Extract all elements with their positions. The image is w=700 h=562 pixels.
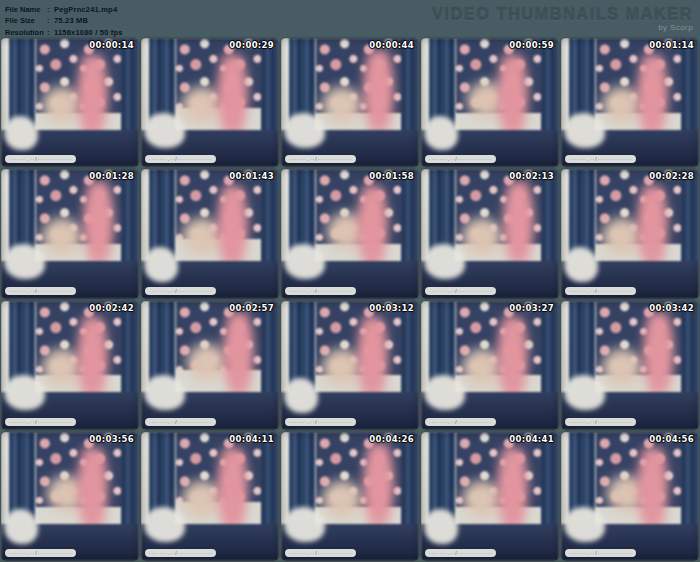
thumbnail-placeholder-art — [421, 38, 559, 167]
watermark-pill: ·······.··/············· — [5, 155, 76, 163]
metadata-label: Resolution — [5, 29, 47, 37]
video-thumbnail: 00:04:26 ·······.··/············· — [281, 432, 419, 561]
video-thumbnail: 00:03:27 ·······.··/············· — [421, 301, 559, 430]
watermark-pill: ·······.··/············· — [425, 287, 496, 295]
timestamp-overlay: 00:00:14 — [89, 40, 134, 50]
watermark-pill: ·······.··/············· — [145, 155, 216, 163]
video-thumbnail: 00:02:57 ·······.··/············· — [141, 301, 279, 430]
video-thumbnail: 00:02:13 ·······.··/············· — [421, 169, 559, 298]
sheet-area — [4, 375, 45, 410]
thumbnail-placeholder-art — [1, 432, 139, 561]
metadata-separator: : — [47, 6, 54, 14]
video-thumbnail: 00:04:56 ·······.··/············· — [561, 432, 699, 561]
video-thumbnail: 00:02:28 ·······.··/············· — [561, 169, 699, 298]
video-thumbnail: 00:02:42 ·······.··/············· — [1, 301, 139, 430]
brand-byline: by Scorp — [432, 23, 693, 32]
timestamp-overlay: 00:04:11 — [229, 434, 274, 444]
sheet-area — [424, 116, 459, 151]
video-thumbnail: 00:00:29 ·······.··/············· — [141, 38, 279, 167]
app-brand: VIDEO THUMBNAILS MAKER by Scorp — [432, 5, 693, 32]
sheet-area — [144, 113, 185, 148]
timestamp-overlay: 00:00:44 — [369, 40, 414, 50]
sheet-area — [564, 507, 605, 542]
timestamp-overlay: 00:03:27 — [509, 303, 554, 313]
watermark-pill: ·······.··/············· — [425, 418, 496, 426]
sheet-area — [4, 509, 39, 544]
sheet-area — [144, 375, 185, 410]
video-thumbnail: 00:00:44 ·······.··/············· — [281, 38, 419, 167]
timestamp-overlay: 00:01:14 — [649, 40, 694, 50]
watermark-pill: ·······.··/············· — [285, 287, 356, 295]
sheet-area — [424, 375, 465, 410]
metadata-separator: : — [47, 29, 54, 37]
timestamp-overlay: 00:04:41 — [509, 434, 554, 444]
video-thumbnail: 00:03:56 ·······.··/············· — [1, 432, 139, 561]
timestamp-overlay: 00:03:42 — [649, 303, 694, 313]
thumbnail-placeholder-art — [281, 432, 419, 561]
thumbnail-placeholder-art — [421, 169, 559, 298]
thumbnail-placeholder-art — [421, 301, 559, 430]
sheet-area — [144, 507, 185, 542]
watermark-pill: ·······.··/············· — [285, 418, 356, 426]
metadata-panel: File Name:PegPrnc241.mp4 File Size:75.23… — [0, 0, 700, 37]
video-thumbnail: 00:01:28 ·······.··/············· — [1, 169, 139, 298]
sheet-area — [284, 113, 325, 148]
metadata-label: File Size — [5, 17, 47, 25]
timestamp-overlay: 00:04:26 — [369, 434, 414, 444]
thumbnail-placeholder-art — [421, 432, 559, 561]
watermark-pill: ·······.··/············· — [425, 155, 496, 163]
thumbnail-placeholder-art — [141, 169, 279, 298]
timestamp-overlay: 00:04:56 — [649, 434, 694, 444]
thumbnail-placeholder-art — [561, 169, 699, 298]
watermark-pill: ·······.··/············· — [145, 549, 216, 557]
video-thumbnail: 00:01:58 ·······.··/············· — [281, 169, 419, 298]
video-thumbnail: 00:01:43 ·······.··/············· — [141, 169, 279, 298]
thumbnail-placeholder-art — [281, 38, 419, 167]
sheet-area — [284, 507, 325, 542]
timestamp-overlay: 00:01:58 — [369, 171, 414, 181]
timestamp-overlay: 00:02:42 — [89, 303, 134, 313]
watermark-pill: ·······.··/············· — [5, 418, 76, 426]
metadata-value-filename: PegPrnc241.mp4 — [54, 5, 117, 14]
thumbnail-placeholder-art — [561, 432, 699, 561]
sheet-area — [284, 244, 325, 279]
watermark-pill: ·······.··/············· — [5, 549, 76, 557]
watermark-pill: ·······.··/············· — [425, 549, 496, 557]
thumbnail-placeholder-art — [141, 38, 279, 167]
timestamp-overlay: 00:03:12 — [369, 303, 414, 313]
timestamp-overlay: 00:01:28 — [89, 171, 134, 181]
video-thumbnail: 00:00:14 ·······.··/············· — [1, 38, 139, 167]
watermark-pill: ·······.··/············· — [5, 287, 76, 295]
watermark-pill: ·······.··/············· — [565, 549, 636, 557]
timestamp-overlay: 00:02:13 — [509, 171, 554, 181]
video-thumbnail: 00:01:14 ·······.··/············· — [561, 38, 699, 167]
watermark-pill: ·······.··/············· — [565, 418, 636, 426]
timestamp-overlay: 00:00:29 — [229, 40, 274, 50]
timestamp-overlay: 00:01:43 — [229, 171, 274, 181]
sheet-area — [424, 509, 459, 544]
timestamp-overlay: 00:02:57 — [229, 303, 274, 313]
metadata-value-resolution: 1156x1080 / 50 fps — [54, 28, 123, 37]
timestamp-overlay: 00:00:59 — [509, 40, 554, 50]
video-thumbnail: 00:04:41 ·······.··/············· — [421, 432, 559, 561]
watermark-pill: ·······.··/············· — [285, 155, 356, 163]
video-thumbnail: 00:00:59 ·······.··/············· — [421, 38, 559, 167]
watermark-pill: ·······.··/············· — [145, 287, 216, 295]
watermark-pill: ·······.··/············· — [285, 549, 356, 557]
sheet-area — [424, 244, 465, 279]
thumbnail-placeholder-art — [561, 301, 699, 430]
thumbnail-placeholder-art — [1, 301, 139, 430]
timestamp-overlay: 00:02:28 — [649, 171, 694, 181]
thumbnail-placeholder-art — [281, 301, 419, 430]
brand-title: VIDEO THUMBNAILS MAKER — [432, 5, 693, 24]
video-thumbnail: 00:04:11 ·······.··/············· — [141, 432, 279, 561]
thumbnail-placeholder-art — [141, 301, 279, 430]
sheet-area — [564, 247, 599, 282]
video-thumbnail: 00:03:42 ·······.··/············· — [561, 301, 699, 430]
metadata-label: File Name — [5, 6, 47, 14]
sheet-area — [4, 244, 45, 279]
thumbnail-placeholder-art — [1, 169, 139, 298]
watermark-pill: ·······.··/············· — [145, 418, 216, 426]
metadata-separator: : — [47, 17, 54, 25]
thumbnail-placeholder-art — [1, 38, 139, 167]
